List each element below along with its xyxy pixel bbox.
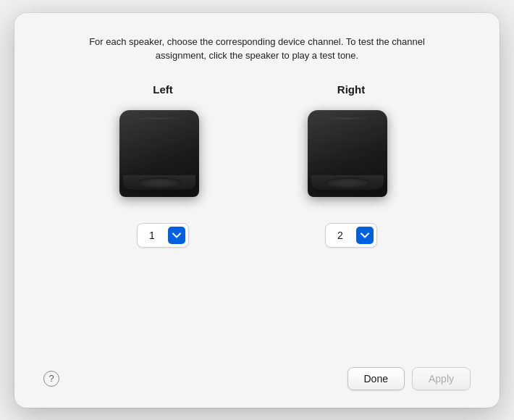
chevron-down-icon: [361, 232, 369, 238]
right-speaker-body[interactable]: [308, 110, 387, 197]
left-channel-dropdown-btn[interactable]: [168, 227, 185, 244]
apply-button[interactable]: Apply: [412, 367, 471, 390]
left-speaker-top-detail: [134, 117, 185, 119]
right-speaker-col: Right 2: [308, 83, 395, 248]
done-label: Done: [364, 373, 388, 385]
left-channel-value: 1: [146, 230, 158, 241]
right-channel-dropdown-btn[interactable]: [356, 227, 374, 244]
description-text: For each speaker, choose the correspondi…: [76, 35, 438, 63]
help-label: ?: [49, 373, 54, 384]
chevron-down-icon: [172, 232, 181, 238]
left-speaker-body[interactable]: [119, 110, 199, 197]
right-speaker-icon[interactable]: [308, 110, 395, 211]
right-speaker-base: [311, 175, 384, 190]
right-speaker-top-detail: [322, 117, 373, 119]
left-speaker-mesh: [138, 177, 181, 188]
right-channel-select[interactable]: 2: [325, 223, 377, 248]
action-buttons: Done Apply: [347, 367, 471, 390]
help-button[interactable]: ?: [43, 371, 59, 387]
speakers-row: Left 1 Right: [119, 83, 395, 356]
left-speaker-icon[interactable]: [119, 110, 206, 211]
left-speaker-col: Left 1: [119, 83, 206, 248]
right-speaker-label: Right: [337, 83, 365, 96]
done-button[interactable]: Done: [347, 367, 405, 390]
dialog-footer: ? Done Apply: [43, 356, 471, 390]
right-speaker-mesh: [326, 177, 369, 188]
speaker-channel-dialog: For each speaker, choose the correspondi…: [14, 13, 500, 408]
apply-label: Apply: [429, 373, 454, 385]
left-speaker-label: Left: [153, 83, 173, 96]
right-channel-value: 2: [334, 230, 346, 241]
left-channel-select[interactable]: 1: [137, 223, 189, 248]
left-speaker-base: [123, 175, 195, 190]
